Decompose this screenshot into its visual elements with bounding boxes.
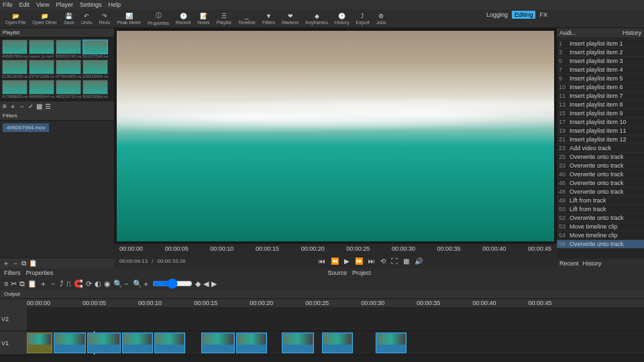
timeline-clip[interactable] [201, 333, 235, 353]
tab-project[interactable]: Project [352, 269, 371, 276]
tl-copy-icon[interactable]: ⧉ [19, 280, 25, 288]
toolbar-props-button[interactable]: ⓘProperties [145, 11, 172, 26]
menu-file[interactable]: File [3, 1, 13, 8]
toolbar-undo-button[interactable]: ↶Undo [78, 12, 95, 25]
tl-zoom-slider[interactable] [152, 278, 193, 289]
history-item[interactable]: 53Move timeline clip [557, 223, 644, 231]
playlist-thumb[interactable]: 501237598.mov [83, 40, 108, 58]
history-item[interactable]: 52Overwrite onto track [557, 214, 644, 223]
toolbar-markers-button[interactable]: ❤Markers [279, 12, 301, 25]
tl-add-icon[interactable]: ＋ [40, 279, 47, 289]
toolbar-meter-button[interactable]: 📊Peak Meter [114, 12, 144, 25]
playlist-thumb[interactable]: 495430244.mov [29, 80, 54, 99]
toolbar-playlist-button[interactable]: ☰Playlist [214, 12, 234, 25]
tab-history-bottom[interactable]: History [583, 260, 602, 267]
zoom-fit-icon[interactable]: ⛶ [391, 257, 398, 265]
forward-icon[interactable]: ⏩ [355, 257, 363, 265]
history-item[interactable]: 7Insert playlist item 4 [557, 66, 644, 74]
timeline-ruler[interactable]: 00:00:0000:00:0500:00:1000:00:1500:00:20… [0, 299, 644, 307]
skip-start-icon[interactable]: ⏮ [319, 257, 325, 265]
history-item[interactable]: 21Insert playlist item 12 [557, 135, 644, 144]
skip-end-icon[interactable]: ⏭ [368, 257, 375, 265]
playlist-menu-icon[interactable]: ≡ [3, 103, 7, 110]
toolbar-jobs-button[interactable]: ⚙Jobs [374, 12, 389, 25]
playlist-list-icon[interactable]: ☰ [45, 103, 51, 110]
tl-snap-icon[interactable]: 🧲 [74, 280, 83, 288]
timeline-clip[interactable] [54, 333, 86, 353]
toolbar-open-button[interactable]: 📂Open File [3, 12, 28, 25]
playlist-thumb[interactable]: 513012038.mov [2, 60, 28, 78]
toolbar-export-button[interactable]: ⤴Export [354, 12, 372, 25]
playlist-thumb[interactable]: mnprx_b.mp4 [29, 40, 54, 58]
playlist-thumb[interactable]: 238125099.mov [83, 60, 108, 78]
history-item[interactable]: 25Overwrite onto track [557, 153, 644, 162]
tl-ripple-all-icon[interactable]: ◉ [104, 280, 111, 288]
tab-recent[interactable]: Recent [559, 260, 579, 267]
track-body-v2[interactable] [27, 307, 644, 330]
history-item[interactable]: 40Overwrite onto track [557, 170, 644, 179]
play-icon[interactable]: ▶ [344, 257, 350, 265]
history-item[interactable]: 46Overwrite onto track [557, 179, 644, 188]
history-item[interactable]: 50Lift from track [557, 205, 644, 214]
timeline-clip[interactable] [282, 333, 314, 353]
toolbar-open2-button[interactable]: 📁Open Other [30, 12, 60, 25]
toolbar-save-button[interactable]: 💾Save [61, 12, 77, 25]
video-preview[interactable] [117, 31, 554, 241]
history-item[interactable]: 10Insert playlist item 6 [557, 83, 644, 92]
history-item[interactable]: 49Lift from track [557, 196, 644, 205]
timecode-current[interactable]: 00:00:04:13 [119, 258, 148, 264]
track-body-v1[interactable] [27, 331, 644, 355]
tl-zoom-in-icon[interactable]: 🔍＋ [133, 279, 150, 289]
tl-paste-icon[interactable]: 📋 [28, 280, 37, 288]
timeline-clip[interactable] [154, 333, 185, 353]
timeline-clip[interactable] [122, 333, 153, 353]
toolbar-recent-button[interactable]: 🕐Recent [173, 12, 193, 25]
loop-icon[interactable]: ⟲ [380, 257, 386, 265]
playlist-thumb[interactable]: 237972268.mov [29, 60, 54, 78]
tl-prev-marker-icon[interactable]: ◀ [203, 280, 209, 288]
history-item[interactable]: 48Overwrite onto track [557, 188, 644, 196]
toolbar-keyframes-button[interactable]: ◆Keyframes [303, 12, 330, 25]
toolbar-notes-button[interactable]: 📝Notes [195, 12, 212, 25]
history-item[interactable]: 56Overwrite onto track [557, 240, 644, 249]
menu-help[interactable]: Help [108, 1, 121, 8]
track-header-v1[interactable]: V1 [0, 331, 27, 355]
history-item[interactable]: 11Insert playlist item 7 [557, 92, 644, 101]
filter-copy-icon[interactable]: ⧉ [21, 259, 26, 267]
filter-add-icon[interactable]: ＋ [3, 259, 9, 268]
grid-icon[interactable]: ▦ [403, 257, 409, 265]
toolbar-history-button[interactable]: 🕑History [332, 12, 352, 25]
playlist-thumb[interactable]: 477041805.mov [56, 60, 81, 78]
playlist-add-icon[interactable]: ＋ [9, 102, 16, 111]
playlist-thumb[interactable]: 417688933.mov [2, 80, 28, 99]
tl-lift-icon[interactable]: ⤴ [60, 280, 64, 288]
menu-view[interactable]: View [36, 1, 49, 8]
tab-properties[interactable]: Properties [26, 269, 54, 276]
tl-zoom-out-icon[interactable]: 🔍－ [113, 279, 130, 289]
timeline-clip[interactable] [376, 333, 407, 353]
toolbar-filters-button[interactable]: ▼Filters [260, 12, 278, 25]
history-item[interactable]: 3Insert playlist item 2 [557, 48, 644, 57]
history-item[interactable]: 19Insert playlist item 11 [557, 127, 644, 135]
playlist-thumb[interactable]: 495267954.mov [2, 40, 28, 58]
history-item[interactable]: 13Insert playlist item 8 [557, 101, 644, 109]
menu-settings[interactable]: Settings [80, 1, 102, 8]
tab-audio[interactable]: Audi... [557, 28, 580, 38]
timeline-clip[interactable] [27, 333, 52, 353]
tl-cut-icon[interactable]: ✂ [11, 280, 17, 288]
history-item[interactable]: 23Add video track [557, 144, 644, 153]
menu-player[interactable]: Player [56, 1, 73, 8]
playlist-thumb[interactable]: 505701745.mov [56, 40, 81, 58]
tl-remove-icon[interactable]: － [50, 279, 57, 289]
toolbar-redo-button[interactable]: ↷Redo [97, 12, 113, 25]
tab-fx[interactable]: FX [537, 11, 550, 19]
track-header-v2[interactable]: V2 [0, 307, 27, 330]
tl-split-icon[interactable]: ⎍ [66, 280, 71, 288]
playlist-grid-icon[interactable]: ▦ [36, 103, 42, 110]
tab-filters[interactable]: Filters [4, 269, 21, 276]
toolbar-timeline-button[interactable]: ⎯Timeline [235, 12, 258, 25]
tl-marker-icon[interactable]: ◆ [195, 280, 201, 288]
tl-next-marker-icon[interactable]: ▶ [211, 280, 217, 288]
filter-source-chip[interactable]: 495267954.mov [3, 123, 49, 132]
history-item[interactable]: 5Insert playlist item 3 [557, 57, 644, 66]
